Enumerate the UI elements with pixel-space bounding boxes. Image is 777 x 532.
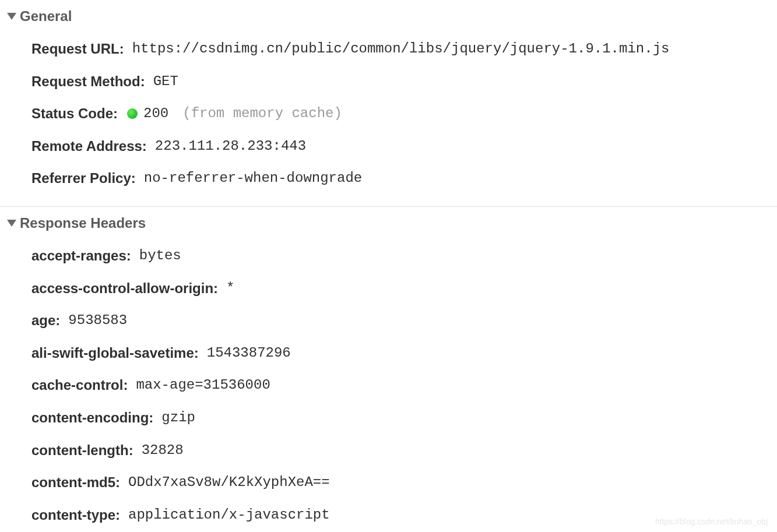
section-title: General [20, 8, 72, 24]
header-value: 32828 [142, 441, 184, 460]
header-label: Request URL [31, 39, 119, 59]
colon: : [115, 473, 120, 492]
colon: : [113, 104, 118, 124]
header-label: content-type [31, 505, 115, 525]
colon: : [149, 408, 153, 428]
colon: : [123, 375, 128, 395]
header-row: content-md5: ODdx7xaSv8w/K2kXyphXeA== [31, 466, 777, 499]
header-value: ODdx7xaSv8w/K2kXyphXeA== [128, 473, 330, 492]
response-headers-section-header[interactable]: Response Headers [0, 212, 777, 235]
header-label: content-encoding [31, 408, 149, 428]
header-label: Referrer Policy [31, 168, 131, 188]
header-label: access-control-allow-origin [31, 279, 213, 298]
colon: : [140, 72, 145, 91]
general-section: General Request URL: https://csdnimg.cn/… [0, 0, 777, 199]
colon: : [194, 343, 199, 363]
header-value: bytes [139, 246, 181, 266]
response-headers-item-list: accept-ranges: bytes access-control-allo… [0, 235, 777, 531]
header-row: content-length: 32828 [31, 434, 777, 467]
header-row: age: 9538583 [31, 304, 777, 337]
header-label: Request Method [31, 72, 140, 91]
colon: : [126, 246, 131, 266]
header-value: max-age=31536000 [136, 375, 270, 395]
header-value: 223.111.28.233:443 [155, 136, 306, 156]
chevron-down-icon [7, 13, 16, 20]
header-row: accept-ranges: bytes [31, 239, 777, 272]
header-row: cache-control: max-age=31536000 [31, 369, 777, 401]
header-label: Remote Address [31, 136, 142, 156]
header-value: gzip [161, 408, 195, 428]
watermark: https://blog.csdn.net/linhao_obj [655, 517, 768, 526]
header-label: age [31, 311, 55, 330]
header-value: application/x-javascript [128, 505, 330, 525]
colon: : [115, 505, 120, 525]
section-title: Response Headers [20, 215, 146, 231]
header-label: ali-swift-global-savetime [31, 343, 194, 363]
header-value: 1543387296 [207, 343, 291, 363]
header-label: accept-ranges [31, 246, 126, 266]
colon: : [213, 279, 218, 298]
header-row: ali-swift-global-savetime: 1543387296 [31, 337, 777, 369]
colon: : [55, 311, 60, 330]
header-label: content-md5 [31, 473, 115, 492]
header-value: 200 [143, 104, 168, 124]
header-row-referrer-policy: Referrer Policy: no-referrer-when-downgr… [31, 162, 777, 195]
general-item-list: Request URL: https://csdnimg.cn/public/c… [0, 28, 777, 195]
colon: : [119, 39, 124, 59]
header-label: cache-control [31, 375, 123, 395]
header-row-remote-address: Remote Address: 223.111.28.233:443 [31, 130, 777, 163]
header-row-request-method: Request Method: GET [31, 65, 777, 98]
chevron-down-icon [7, 220, 16, 227]
header-value: GET [153, 72, 178, 91]
header-row-status-code: Status Code: 200 (from memory cache) [31, 97, 777, 130]
header-label: Status Code [31, 104, 113, 124]
header-value: * [226, 279, 234, 298]
header-value: https://csdnimg.cn/public/common/libs/jq… [132, 39, 670, 59]
header-value: 9538583 [68, 311, 127, 330]
colon: : [142, 136, 147, 156]
header-row: access-control-allow-origin: * [31, 272, 777, 305]
colon: : [129, 441, 133, 460]
header-row: content-encoding: gzip [31, 401, 777, 434]
colon: : [131, 168, 136, 188]
header-label: content-length [31, 441, 129, 460]
status-note: (from memory cache) [182, 104, 342, 124]
response-headers-section: Response Headers accept-ranges: bytes ac… [0, 207, 777, 532]
general-section-header[interactable]: General [0, 5, 777, 28]
header-row-request-url: Request URL: https://csdnimg.cn/public/c… [31, 33, 777, 65]
header-value: no-referrer-when-downgrade [144, 168, 362, 188]
status-dot-icon [127, 108, 138, 119]
